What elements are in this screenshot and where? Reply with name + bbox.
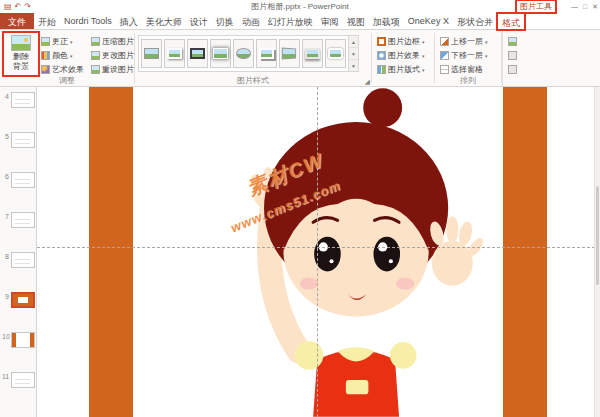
gallery-scroll-up-icon[interactable]: ▲ [349,36,358,48]
maximize-icon[interactable]: □ [583,0,587,13]
tab-meihua-dashi[interactable]: 美化大师 [142,13,186,29]
style-preview-image [328,48,343,59]
slide-thumbnail[interactable] [11,292,35,308]
tab-insert[interactable]: 插入 [116,13,142,29]
gallery-more-icon[interactable]: ▼ [349,60,358,71]
picture-style-thumbnail[interactable] [279,39,300,68]
minimize-icon[interactable]: — [571,0,578,13]
tab-slideshow[interactable]: 幻灯片放映 [264,13,317,29]
send-backward-label: 下移一层 [451,50,483,61]
remove-background-button[interactable]: 删除 背景 [3,32,39,76]
slide-thumbnail[interactable] [11,172,35,188]
cropped-icon [508,37,517,46]
compress-pictures-label: 压缩图片 [102,36,134,47]
redo-icon[interactable]: ↷ [24,2,31,12]
tab-nordri-tools[interactable]: Nordri Tools [60,13,116,29]
tab-design[interactable]: 设计 [186,13,212,29]
slide-number: 7 [2,212,9,220]
tab-onekey-x[interactable]: OneKey X [404,13,453,29]
group-adjust: 删除 背景 更正 ▾ 颜色 ▾ 艺术 [0,30,134,86]
slide-thumbnail[interactable] [11,92,35,108]
picture-effects-label: 图片效果 [388,50,420,61]
group-label-adjust: 调整 [0,75,134,86]
picture-layout-label: 图片版式 [388,64,420,75]
style-preview-image [305,48,320,59]
save-icon[interactable]: ▤ [4,2,12,12]
slide-thumbnail-item[interactable]: 6 [0,170,36,210]
picture-style-thumbnail[interactable] [302,39,323,68]
horizontal-guide-line [37,247,600,248]
color-button[interactable]: 颜色 ▾ [39,49,89,62]
scrollbar-thumb[interactable] [596,186,599,285]
chevron-down-icon: ▾ [422,39,425,45]
cropped-icon [508,65,517,74]
picture-effects-button[interactable]: 图片效果 ▾ [375,49,431,62]
slide-thumbnail-item[interactable]: 4 [0,90,36,130]
tab-animations[interactable]: 动画 [238,13,264,29]
tab-home[interactable]: 开始 [34,13,60,29]
corrections-button[interactable]: 更正 ▾ [39,35,89,48]
picture-style-thumbnail[interactable] [256,39,277,68]
picture-style-thumbnail[interactable] [141,39,162,68]
send-backward-icon [440,51,449,60]
tab-format[interactable]: 格式 [497,13,525,30]
picture-style-thumbnail[interactable] [325,39,346,68]
cropped-button[interactable] [506,35,525,48]
remove-background-label-1: 删除 [13,52,29,61]
color-icon [41,51,50,60]
slide-thumbnail-item[interactable]: 8 [0,250,36,290]
slide-thumbnail[interactable] [11,372,35,388]
bring-forward-button[interactable]: 上移一层 ▾ [438,35,498,48]
slide-orange-stripe-right [503,87,547,417]
picture-style-thumbnail[interactable] [233,39,254,68]
ribbon-tab-row: 文件 开始 Nordri Tools 插入 美化大师 设计 切换 动画 幻灯片放… [0,13,600,30]
gallery-scroll-down-icon[interactable]: ▼ [349,48,358,60]
color-label: 颜色 [52,50,68,61]
slide-thumbnail-item[interactable]: 5 [0,130,36,170]
dialog-launcher-icon[interactable]: ◢ [365,77,370,86]
window-controls: — □ ✕ [571,0,598,13]
tab-transitions[interactable]: 切换 [212,13,238,29]
group-size-cropped [502,30,528,86]
tab-file[interactable]: 文件 [0,13,34,29]
picture-layout-button[interactable]: 图片版式 ▾ [375,63,431,76]
slide-canvas[interactable]: 素材CW www.cms51.com [37,87,600,417]
picture-style-thumbnail[interactable] [210,39,231,68]
change-picture-button[interactable]: 更改图片 [89,49,131,62]
slide-thumbnail[interactable] [11,252,35,268]
style-preview-image [213,48,228,59]
tab-review[interactable]: 审阅 [317,13,343,29]
slide-thumbnail[interactable] [11,132,35,148]
style-preview-image [167,48,182,59]
tab-view[interactable]: 视图 [343,13,369,29]
group-label-picture-styles: 图片样式 [135,75,371,86]
tab-addins[interactable]: 加载项 [369,13,404,29]
undo-icon[interactable]: ↶ [15,2,22,12]
slide-number: 10 [2,332,9,340]
picture-style-thumbnail[interactable] [187,39,208,68]
picture-border-button[interactable]: 图片边框 ▾ [375,35,431,48]
slide-thumbnail-item[interactable]: 11 [0,370,36,410]
tab-merge-shapes[interactable]: 形状合并 [453,13,497,29]
slide-thumbnail[interactable] [11,212,35,228]
slide-thumbnail[interactable] [11,332,35,348]
picture-border-icon [377,37,386,46]
close-icon[interactable]: ✕ [592,0,598,13]
compress-pictures-button[interactable]: 压缩图片 [89,35,131,48]
chevron-down-icon: ▾ [485,53,488,59]
picture-style-thumbnail[interactable] [164,39,185,68]
cropped-button[interactable] [506,49,525,62]
cropped-button[interactable] [506,63,525,76]
change-picture-icon [91,51,100,60]
slide-thumbnail-item[interactable]: 7 [0,210,36,250]
vertical-scrollbar[interactable] [594,87,600,417]
selection-pane-label: 选择窗格 [451,64,483,75]
slide-thumbnail-item[interactable]: 10 [0,330,36,370]
send-backward-button[interactable]: 下移一层 ▾ [438,49,498,62]
cartoon-girl-image[interactable] [219,87,485,417]
remove-background-icon [11,35,31,51]
remove-background-label-2: 背景 [13,62,29,71]
chevron-down-icon: ▾ [422,53,425,59]
slide-thumbnail-item-selected[interactable]: 9 [0,290,36,330]
quick-access-toolbar: ▤ ↶ ↷ [0,2,31,12]
